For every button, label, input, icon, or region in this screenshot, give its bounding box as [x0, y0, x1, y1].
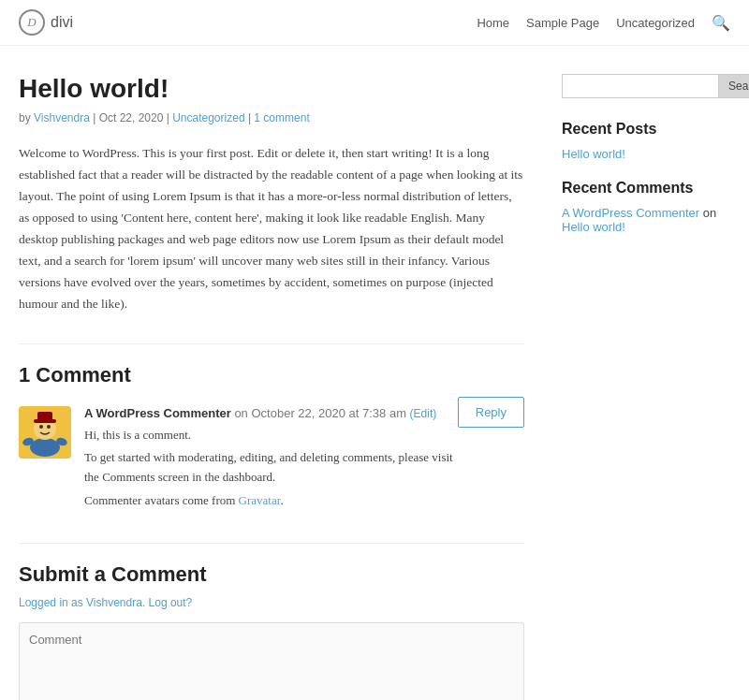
sidebar-search-button[interactable]: Search	[718, 74, 749, 98]
main-content: Hello world! by Vishvendra | Oct 22, 202…	[19, 74, 524, 700]
recent-comments-title: Recent Comments	[562, 180, 730, 197]
comment-author-name: A WordPress Commenter	[84, 406, 231, 420]
search-toggle-button[interactable]: 🔍	[712, 14, 730, 32]
post-category-link[interactable]: Uncategorized	[172, 111, 244, 124]
svg-point-3	[39, 425, 43, 429]
recent-comment-item-0: A WordPress Commenter on Hello world!	[562, 206, 730, 234]
comment-line1: Hi, this is a comment.	[84, 426, 458, 445]
svg-point-4	[47, 425, 51, 429]
site-header: D divi Home Sample Page Uncategorized 🔍	[0, 0, 749, 46]
recent-comment-author-link[interactable]: A WordPress Commenter	[562, 206, 699, 220]
comment-item: A WordPress Commenter on October 22, 202…	[19, 406, 524, 515]
comment-edit-link[interactable]: (Edit)	[410, 407, 437, 420]
submit-comment-title: Submit a Comment	[19, 562, 524, 587]
svg-point-1	[30, 438, 60, 457]
comment-textarea[interactable]	[19, 622, 524, 700]
recent-posts-section: Recent Posts Hello world!	[562, 121, 730, 161]
recent-comments-section: Recent Comments A WordPress Commenter on…	[562, 180, 730, 234]
submit-comment-section: Submit a Comment Logged in as Vishvendra…	[19, 543, 524, 700]
recent-comment-post-link[interactable]: Hello world!	[562, 220, 625, 234]
recent-post-link-0[interactable]: Hello world!	[562, 147, 730, 161]
sidebar-search-input[interactable]	[562, 74, 718, 98]
sidebar-search: Search	[562, 74, 730, 98]
comment-date: on October 22, 2020 at 7:38 am	[234, 406, 406, 420]
nav-home[interactable]: Home	[477, 16, 509, 30]
post-comments-link[interactable]: 1 comment	[254, 111, 309, 124]
sidebar: Search Recent Posts Hello world! Recent …	[562, 74, 730, 700]
post-meta-by: by	[19, 111, 31, 124]
logo-circle: D	[19, 9, 45, 36]
comment-avatar	[19, 406, 71, 459]
logo-letter: D	[27, 15, 36, 30]
page-container: Hello world! by Vishvendra | Oct 22, 202…	[0, 46, 749, 700]
reply-button[interactable]: Reply	[458, 397, 524, 428]
nav-sample-page[interactable]: Sample Page	[526, 16, 599, 30]
post-article: Hello world! by Vishvendra | Oct 22, 202…	[19, 74, 524, 315]
avatar-svg	[19, 406, 71, 459]
recent-comment-on-word: on	[703, 206, 716, 220]
post-body: Welcome to WordPress. This is your first…	[19, 143, 524, 315]
post-meta: by Vishvendra | Oct 22, 2020 | Uncategor…	[19, 111, 524, 124]
gravatar-link[interactable]: Gravatar	[239, 493, 281, 507]
post-title: Hello world!	[19, 74, 524, 104]
comment-line3: Commenter avatars come from Gravatar.	[84, 491, 458, 511]
site-logo: D divi	[19, 9, 73, 36]
logged-in-text: Logged in as Vishvendra. Log out?	[19, 596, 524, 609]
comment-author-line: A WordPress Commenter on October 22, 202…	[84, 406, 458, 420]
logout-link[interactable]: Logged in as Vishvendra. Log out?	[19, 596, 192, 609]
comment-body: A WordPress Commenter on October 22, 202…	[84, 406, 524, 515]
post-author-link[interactable]: Vishvendra	[34, 111, 90, 124]
comments-title: 1 Comment	[19, 343, 524, 387]
comment-line2: To get started with moderating, editing,…	[84, 448, 458, 488]
logo-name: divi	[51, 14, 73, 31]
comments-section: 1 Comment	[19, 343, 524, 515]
svg-rect-6	[37, 412, 52, 421]
main-nav: Home Sample Page Uncategorized 🔍	[477, 14, 730, 32]
nav-uncategorized[interactable]: Uncategorized	[616, 16, 695, 30]
recent-posts-title: Recent Posts	[562, 121, 730, 138]
post-meta-date: Oct 22, 2020	[99, 111, 164, 124]
